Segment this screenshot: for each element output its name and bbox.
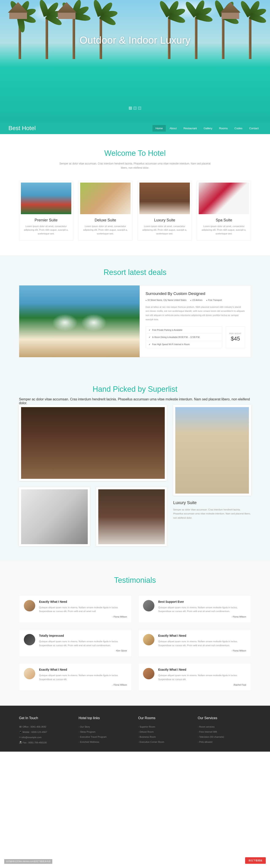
deals-transport: Free Transport (206, 299, 222, 301)
nav-rooms[interactable]: Rooms (216, 125, 231, 131)
welcome-section: Welcome To Hotel Semper ac dolor vitae a… (0, 134, 270, 255)
carousel-dots (129, 107, 141, 110)
price-value: $45 (231, 335, 240, 342)
testimonial-author: - Fiona Wilson (158, 649, 246, 652)
testimonial-text: Quisque aliquet quam nunc in viverra. Nu… (158, 606, 246, 613)
footer-contact-title: Get In Touch (19, 716, 72, 720)
handpick-section: Hand Picked by Superlist Semper ac dolor… (0, 370, 270, 561)
avatar (24, 634, 35, 645)
footer-link[interactable]: Deluxe Room (138, 729, 191, 734)
suite-desc: Lorem ipsum dolor sit amet, consectetur … (80, 224, 130, 236)
welcome-title: Welcome To Hotel (19, 149, 251, 158)
suite-name: Deluxe Suite (80, 218, 130, 222)
avatar (143, 634, 154, 645)
footer-link[interactable]: Our Story (79, 724, 132, 729)
footer-contact-item[interactable]: info@example.com (19, 735, 72, 740)
handpick-title: Hand Picked by Superlist (19, 385, 251, 394)
carousel-dot[interactable] (129, 107, 132, 110)
footer-link[interactable]: Free Internet Wifi (198, 729, 251, 734)
suite-image (80, 183, 130, 214)
nav-gallery[interactable]: Gallery (201, 125, 215, 131)
footer-contact-item: Fax : 0091-789-456100 (19, 740, 72, 745)
testimonial-author: - Kim Glove (39, 649, 127, 652)
deals-heading: Surrounded By Custom Designed (146, 291, 245, 296)
footer: Get In Touch Office : 0041-456-3692 Mobi… (0, 706, 270, 752)
footer-link[interactable]: Pets allowed (198, 739, 251, 744)
avatar (143, 600, 154, 612)
testimonial-card: Exactly What I Need Quisque aliquet quam… (138, 629, 251, 657)
footer-link[interactable]: Business Room (138, 734, 191, 739)
suite-card[interactable]: Premier Suite Lorem ipsum dolor sit amet… (19, 181, 73, 241)
testimonial-title: Exactly What I Need (158, 668, 246, 671)
footer-contact-item: Office : 0041-456-3692 (19, 724, 72, 730)
footer-rooms-title: Our Rooms (138, 716, 191, 720)
testimonial-card: Best Support Ever Quisque aliquet quam n… (138, 595, 251, 623)
nav-home[interactable]: Home (152, 125, 166, 131)
handpick-card-desc: Semper ac dolor vitae accumsan. Cras int… (173, 508, 251, 520)
brand-logo[interactable]: Best Hotel (8, 125, 152, 131)
deals-desc: Duis at tellus at nec nisi neque rhoncus… (146, 305, 245, 322)
testimonial-title: Exactly What I Need (39, 600, 127, 603)
footer-link[interactable]: Executive Corner Room (138, 739, 191, 744)
testimonial-card: Exactly What I Need Quisque aliquet quam… (19, 663, 132, 691)
hero-title: Outdoor & Indoor Luxury (80, 34, 190, 46)
nav-restaurant[interactable]: Restaurant (181, 125, 200, 131)
gallery-image[interactable] (173, 405, 251, 496)
testimonial-text: Quisque aliquet quam nunc in viverra. Nu… (158, 673, 246, 681)
nav-contact[interactable]: Contact (246, 125, 262, 131)
suite-desc: Lorem ipsum dolor sit amet, consectetur … (140, 224, 190, 236)
nav-list: Home About Restaurant Gallery Rooms Code… (152, 125, 262, 131)
testimonials-title: Testimonials (19, 576, 251, 585)
testimonial-title: Exactly What I Need (158, 634, 246, 637)
gallery-image[interactable] (19, 405, 167, 481)
carousel-dot[interactable] (133, 107, 137, 110)
gallery-image[interactable] (19, 487, 90, 546)
suite-desc: Lorem ipsum dolor sit amet, consectetur … (199, 224, 249, 236)
testimonial-title: Exactly What I Need (39, 668, 127, 671)
welcome-subtitle: Semper ac dolor vitae accumsan. Cras int… (59, 161, 211, 170)
testimonial-author: - Fiona Wilson (39, 615, 127, 618)
avatar (24, 668, 35, 679)
suite-name: Spa Suite (199, 218, 249, 222)
deals-section: Resort latest deals Surrounded By Custom… (0, 255, 270, 370)
footer-link[interactable]: Sleep Program (79, 729, 132, 734)
testimonial-author: -Rachel Fast (158, 684, 246, 686)
nav-codes[interactable]: Codes (232, 125, 245, 131)
testimonial-text: Quisque aliquet quam nunc in viverra. Nu… (39, 606, 127, 613)
suite-desc: Lorem ipsum dolor sit amet, consectetur … (21, 224, 71, 236)
footer-links-title: Hotel top links (79, 716, 132, 720)
testimonial-author: - Fiona Wilson (39, 684, 127, 686)
feature-item: Free High Speed Wi-Fi Internet in Room (146, 341, 222, 348)
suite-card[interactable]: Luxury Suite Lorem ipsum dolor sit amet,… (138, 181, 192, 241)
suite-card[interactable]: Deluxe Suite Lorem ipsum dolor sit amet,… (78, 181, 132, 241)
deals-features: Free Private Parking is Available In Roo… (146, 327, 222, 348)
suite-image (199, 183, 249, 214)
main-nav: Best Hotel Home About Restaurant Gallery… (0, 122, 270, 134)
suite-card[interactable]: Spa Suite Lorem ipsum dolor sit amet, co… (197, 181, 251, 241)
footer-link[interactable]: Television (50 channels) (198, 734, 251, 739)
deals-meta: 33 Street Name, City Name United States … (146, 299, 245, 301)
suite-image (140, 183, 190, 214)
testimonial-card: Totally Impressed Quisque aliquet quam n… (19, 629, 132, 657)
carousel-dot[interactable] (138, 107, 141, 110)
deals-location: 33 Street Name, City Name United States (146, 299, 186, 301)
footer-services-title: Our Services (198, 716, 251, 720)
suite-name: Luxury Suite (140, 218, 190, 222)
suite-image (21, 183, 71, 214)
testimonial-card: Exactly What I Need Quisque aliquet quam… (19, 595, 132, 623)
footer-link[interactable]: Executive Travel Program (79, 734, 132, 739)
footer-link[interactable]: Room services (198, 724, 251, 729)
testimonial-text: Quisque aliquet quam nunc in viverra. Nu… (158, 640, 246, 647)
gallery-image[interactable] (96, 487, 167, 546)
footer-link[interactable]: Enriched Wellness (79, 739, 132, 744)
testimonial-card: Exactly What I Need Quisque aliquet quam… (138, 663, 251, 691)
testimonials-section: Testimonials Exactly What I Need Quisque… (0, 561, 270, 706)
suite-name: Premier Suite (21, 218, 71, 222)
testimonial-author: - Fiona Wilson (158, 615, 246, 618)
deals-title: Resort latest deals (19, 268, 251, 277)
testimonial-title: Best Support Ever (158, 600, 246, 603)
footer-link[interactable]: Superior Room (138, 724, 191, 729)
hero-banner: Outdoor & Indoor Luxury (0, 0, 270, 122)
nav-about[interactable]: About (167, 125, 180, 131)
handpick-card-title: Luxury Suite (173, 500, 251, 505)
